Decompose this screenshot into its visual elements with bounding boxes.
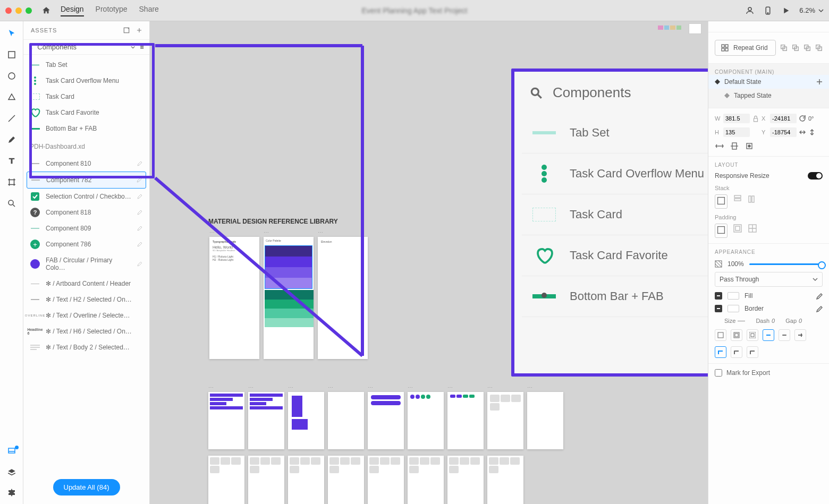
component-item[interactable]: Task Card Overflow Menu (27, 73, 146, 89)
artboard[interactable] (447, 456, 484, 504)
x-input[interactable] (770, 114, 797, 123)
artboard[interactable]: Elevation (318, 237, 368, 359)
artboard[interactable] (208, 456, 244, 504)
blend-mode-select[interactable]: Pass Through (715, 272, 823, 287)
artboard-menu-icon[interactable]: ⋯ (487, 385, 493, 390)
stack-none-icon[interactable] (715, 194, 728, 209)
artboard[interactable] (487, 456, 523, 504)
close-window-icon[interactable] (5, 7, 12, 14)
artboard[interactable] (447, 392, 484, 449)
edit-icon[interactable] (136, 177, 142, 183)
bool-exclude-icon[interactable] (815, 44, 823, 52)
cap-round-icon[interactable] (779, 329, 790, 341)
artboard-menu-icon[interactable]: ⋯ (288, 385, 293, 390)
stack-h-icon[interactable] (748, 194, 757, 204)
device-preview-icon[interactable] (763, 6, 773, 15)
chevron-down-icon[interactable] (131, 44, 135, 51)
border-toggle[interactable] (715, 305, 722, 312)
cap-proj-icon[interactable] (794, 329, 806, 341)
padding-toggle-icon[interactable] (715, 224, 728, 238)
zoom-component-list[interactable]: Tab Set Task Card Overflow Menu Task Car… (514, 110, 708, 319)
state-default[interactable]: Default State (708, 75, 829, 89)
artboard[interactable] (248, 456, 284, 504)
artboard-menu-icon[interactable]: ⋯ (248, 385, 253, 390)
cap-butt-icon[interactable] (763, 329, 774, 341)
component-item[interactable]: Task Card Favorite (27, 105, 146, 121)
tab-share[interactable]: Share (139, 5, 159, 16)
tab-prototype[interactable]: Prototype (96, 5, 128, 16)
width-input[interactable] (723, 114, 750, 123)
artboard-menu-icon[interactable]: ⋯ (208, 385, 214, 390)
state-tapped[interactable]: Tapped State (715, 89, 823, 102)
component-item[interactable]: ✻ / Text / Body 2 / Selected… (27, 339, 146, 355)
artboard-menu-icon[interactable]: ⋯ (408, 385, 413, 390)
fill-toggle[interactable] (715, 292, 722, 300)
component-item[interactable]: Task Card (27, 89, 146, 105)
artboard[interactable] (408, 392, 444, 449)
artboard-menu-icon[interactable]: ⋯ (447, 385, 453, 390)
artboard[interactable] (487, 392, 523, 449)
bool-add-icon[interactable] (780, 44, 788, 52)
ellipse-tool-icon[interactable] (7, 71, 16, 81)
account-icon[interactable] (745, 6, 755, 15)
join-round-icon[interactable] (731, 346, 742, 358)
y-input[interactable] (770, 127, 797, 137)
flip-h-icon[interactable] (799, 129, 806, 136)
zoom-component-item[interactable]: Task Card (522, 194, 708, 235)
artboard[interactable] (248, 392, 284, 449)
add-asset-icon[interactable] (136, 27, 143, 34)
height-input[interactable] (723, 127, 750, 137)
plugins-panel-icon[interactable] (7, 487, 16, 497)
zoom-component-item[interactable]: Task Card Overflow Menu (522, 153, 708, 194)
scroll-h-icon[interactable] (715, 141, 724, 151)
canvas[interactable]: MATERIAL DESIGN REFERENCE LIBRARY ⋯ Typo… (150, 21, 708, 504)
artboard[interactable]: Typographic ScaleHello, World90 / Adapta… (209, 237, 259, 359)
scroll-v-icon[interactable] (730, 141, 739, 151)
zoom-component-item[interactable]: Task Card Favorite (522, 235, 708, 276)
select-tool-icon[interactable] (7, 29, 16, 38)
component-item[interactable]: +Component 786 (27, 236, 146, 252)
export-checkbox[interactable] (715, 369, 722, 377)
polygon-tool-icon[interactable] (7, 92, 16, 102)
artboard[interactable] (408, 456, 444, 504)
export-row[interactable]: Mark for Export (715, 369, 823, 377)
layers-panel-icon[interactable] (7, 468, 16, 477)
artboard[interactable] (368, 392, 404, 449)
artboard[interactable]: Color Palette (264, 237, 314, 359)
artboard[interactable] (368, 456, 404, 504)
eyedropper-icon[interactable] (815, 305, 823, 312)
component-item[interactable]: Component 809 (27, 220, 146, 236)
minimap-icon[interactable] (689, 23, 701, 34)
component-item[interactable]: ✻ / Artboard Content / Header (27, 276, 146, 292)
bool-subtract-icon[interactable] (792, 44, 799, 52)
zoom-component-item[interactable]: Bottom Bar + FAB (522, 276, 708, 317)
component-item[interactable]: OVERLINE✻ / Text / Overline / Selecte… (27, 307, 146, 323)
artboard-menu-icon[interactable]: ⋯ (209, 229, 215, 235)
artboard-menu-icon[interactable]: ⋯ (368, 385, 373, 390)
padding-sep-icon[interactable] (748, 224, 757, 233)
zoom-tool-icon[interactable] (7, 199, 16, 208)
edit-icon[interactable] (137, 241, 143, 247)
fixed-pos-icon[interactable] (745, 141, 754, 151)
bool-intersect-icon[interactable] (803, 44, 811, 52)
assets-search[interactable] (23, 39, 149, 55)
component-item[interactable]: ✻ / Text / H2 / Selected / On… (27, 292, 146, 307)
edit-icon[interactable] (137, 225, 143, 232)
stroke-align-center-icon[interactable] (731, 329, 742, 341)
artboard[interactable] (288, 392, 324, 449)
artboard-tool-icon[interactable] (7, 177, 16, 187)
artboard-menu-icon[interactable]: ⋯ (264, 229, 269, 235)
assets-list[interactable]: Tab Set Task Card Overflow Menu Task Car… (23, 55, 149, 473)
assets-search-input[interactable] (37, 43, 126, 51)
artboard[interactable] (527, 392, 563, 449)
lock-aspect-icon[interactable] (752, 115, 759, 122)
component-item[interactable]: ?Component 818 (27, 204, 146, 220)
eyedropper-icon[interactable] (815, 292, 823, 300)
artboard[interactable] (328, 456, 364, 504)
padding-same-icon[interactable] (733, 224, 742, 233)
flip-v-icon[interactable] (808, 129, 816, 136)
edit-icon[interactable] (137, 261, 143, 267)
component-item[interactable]: Headline 6✻ / Text / H6 / Selected / On… (27, 323, 146, 339)
stack-v-icon[interactable] (733, 194, 742, 204)
border-swatch[interactable] (728, 305, 739, 312)
